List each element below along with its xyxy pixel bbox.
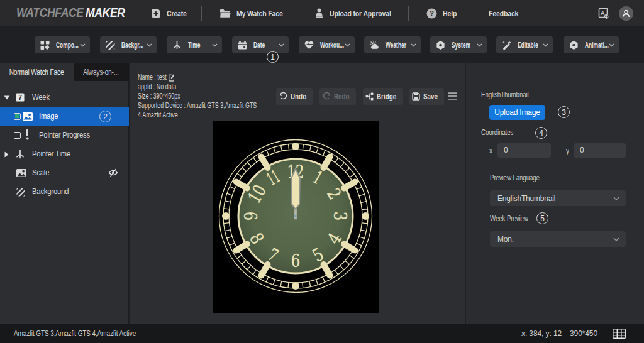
toolbar-animation-button[interactable]: Animati... [564, 36, 619, 53]
x-coordinate-input[interactable]: 0 [497, 143, 551, 158]
week-preview-select[interactable]: Mon. [490, 231, 626, 247]
toolbar-background-button[interactable]: Backgr... [100, 36, 157, 53]
translate-icon: A [597, 8, 609, 19]
create-icon [151, 8, 161, 18]
image-checkbox[interactable] [14, 113, 21, 120]
logo-watchface: WATCHFACE [16, 5, 84, 19]
animation-icon [569, 40, 579, 50]
tab-normal-watch-face[interactable]: Normal Watch Face [0, 63, 74, 81]
tree-row-pointer-time-label: Pointer Time [32, 150, 70, 158]
nav-create[interactable]: Create [151, 0, 191, 26]
tree-row-background-label: Background [32, 187, 69, 196]
redo-button[interactable]: Redo [319, 88, 356, 105]
chevron-down-icon [80, 43, 86, 47]
tree-row-pointer-progress-label: Pointer Progress [39, 131, 90, 139]
nav-upload-for-approval[interactable]: Upload for Approval [314, 0, 406, 26]
pointer-time-icon [16, 150, 25, 159]
toolbar-time-button[interactable]: Time [167, 36, 222, 53]
status-devices: Amazfit GTS 3,Amazfit GTS 4,Amazfit Acti… [14, 329, 136, 338]
svg-text:9: 9 [241, 212, 262, 221]
y-coordinate-label: y [566, 146, 569, 155]
tree-row-pointer-time[interactable]: Pointer Time [0, 144, 129, 163]
toolbar-editable-button[interactable]: Editable [496, 36, 553, 53]
chevron-down-icon [477, 43, 482, 47]
tree-row-week-label: Week [32, 93, 50, 102]
chevron-down-icon [345, 43, 350, 47]
svg-text:7: 7 [18, 94, 22, 101]
upload-image-button[interactable]: Upload Image [489, 105, 545, 120]
tab-always-on-label: Always-on-... [83, 68, 119, 77]
nav-separator [472, 6, 472, 21]
logo-maker: MAKER [86, 5, 125, 19]
toolbar-components-label: Compo... [56, 41, 79, 50]
chevron-down-icon [212, 43, 218, 47]
week-preview-label: Week Preview [490, 214, 528, 223]
component-toolbar: Compo... Backgr... Time Date Workou... [0, 26, 644, 63]
y-coordinate-input[interactable]: 0 [574, 143, 626, 158]
tree-row-scale-label: Scale [32, 168, 49, 177]
edit-name-icon[interactable] [169, 74, 175, 82]
bridge-button[interactable]: Bridge [363, 88, 403, 105]
toolbar-workout-button[interactable]: Workou... [299, 36, 355, 53]
watchface-appid-line: appId : No data [138, 82, 270, 92]
watchface-name-line: Name : test [138, 73, 167, 82]
x-coordinate-label: x [489, 146, 492, 155]
tree-row-pointer-progress[interactable]: Pointer Progress [0, 126, 129, 144]
nav-create-label: Create [167, 9, 187, 18]
coordinates-label: Coordinates [481, 128, 513, 137]
svg-text:6: 6 [291, 251, 301, 271]
tree-row-image-label: Image [39, 112, 58, 121]
undo-button[interactable]: Undo [276, 88, 313, 105]
chevron-down-icon [147, 43, 152, 47]
chevron-down-icon [411, 43, 416, 47]
top-navbar: WATCHFACEMAKER Create My Watch Face Uplo… [0, 0, 644, 26]
components-icon [40, 40, 50, 50]
toolbar-time-label: Time [188, 41, 200, 50]
expand-arrow-icon[interactable] [4, 95, 10, 100]
tab-always-on[interactable]: Always-on-... [74, 63, 128, 81]
time-icon [172, 40, 182, 50]
toolbar-workout-label: Workou... [320, 41, 344, 50]
toolbar-editable-label: Editable [518, 41, 538, 50]
preview-language-label: Preview Language [490, 173, 540, 182]
week-icon: 7 [16, 93, 25, 102]
toolbar-weather-label: Weather [386, 41, 406, 50]
background-icon [106, 40, 115, 50]
nav-feedback[interactable]: Feedback [489, 0, 525, 26]
nav-upload-for-approval-label: Upload for Approval [330, 9, 391, 18]
date-icon [238, 40, 247, 50]
week-preview-value: Mon. [497, 235, 514, 244]
tree-row-background[interactable]: Background [0, 182, 129, 201]
toolbar-components-button[interactable]: Compo... [35, 36, 90, 53]
visibility-off-icon[interactable] [108, 168, 118, 177]
help-icon: ? [426, 8, 437, 19]
nav-help[interactable]: ? Help [426, 0, 460, 26]
bridge-label: Bridge [377, 92, 396, 101]
watchface-preview[interactable]: 12 1 2 3 4 5 6 7 8 9 10 11 [213, 121, 379, 313]
person-icon [621, 9, 631, 18]
tree-row-week[interactable]: 7 Week [0, 88, 129, 107]
nav-feedback-label: Feedback [489, 9, 518, 18]
toolbar-system-button[interactable]: System [430, 36, 487, 53]
image-icon [23, 112, 33, 121]
checkbox-checked-mark [15, 114, 19, 118]
toolbar-date-button[interactable]: Date [232, 36, 289, 53]
tree-row-scale[interactable]: Scale [0, 163, 129, 182]
menu-icon[interactable] [448, 92, 457, 100]
preview-language-select[interactable]: EnglishThumbnail [490, 190, 626, 206]
status-cursor-position: x: 384, y: 12 [521, 329, 562, 338]
language-switch[interactable]: A [597, 0, 609, 26]
nav-my-watch-face[interactable]: My Watch Face [219, 0, 294, 26]
user-avatar[interactable] [619, 6, 633, 21]
annotation-1: 1 [267, 51, 279, 63]
save-button[interactable]: Save [409, 88, 444, 105]
toolbar-weather-button[interactable]: Weather [364, 36, 421, 53]
collapse-arrow-icon[interactable] [4, 151, 9, 158]
tab-normal-watch-face-label: Normal Watch Face [9, 68, 64, 77]
pointer-progress-checkbox[interactable] [14, 132, 21, 139]
nav-my-watch-face-label: My Watch Face [236, 9, 283, 18]
annotation-2: 2 [99, 111, 111, 122]
grid-icon[interactable] [613, 329, 626, 339]
editable-icon [502, 40, 511, 50]
thumbnail-label: EnglishThumbnail [481, 90, 529, 99]
